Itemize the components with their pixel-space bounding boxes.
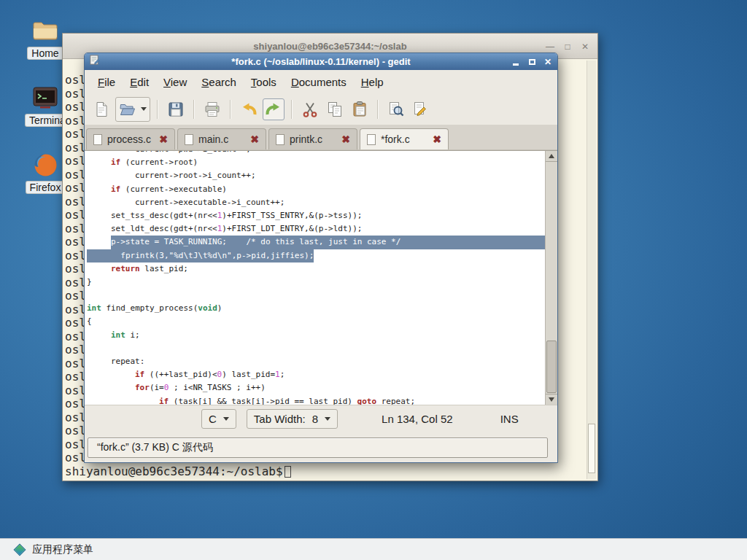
- tab-width-value: 8: [312, 413, 318, 425]
- indent: [87, 368, 135, 381]
- indent: [87, 395, 159, 405]
- toolbar-separator: [193, 100, 195, 119]
- code-line: current->executable->i_count++;: [87, 196, 545, 209]
- menu-item-search[interactable]: Search: [194, 72, 244, 92]
- find-button[interactable]: [385, 98, 407, 120]
- toolbar-separator: [291, 100, 293, 119]
- menu-item-view[interactable]: View: [156, 72, 194, 92]
- menu-item-file[interactable]: File: [90, 72, 123, 92]
- tab-width-combo[interactable]: Tab Width: 8: [247, 409, 338, 429]
- indent: [87, 262, 111, 276]
- menu-item-tools[interactable]: Tools: [244, 72, 284, 92]
- indent: [87, 156, 111, 169]
- gedit-titlebar[interactable]: *fork.c (~/oslab/linux-0.11/kernel) - ge…: [85, 53, 557, 70]
- scroll-down-icon[interactable]: [546, 394, 557, 405]
- tab-bar: process.c✖main.c✖printk.c✖*fork.c✖: [85, 125, 557, 150]
- code-line: set_ldt_desc(gdt+(nr<<1)+FIRST_LDT_ENTRY…: [87, 222, 545, 236]
- editor-scrollbar[interactable]: [545, 151, 557, 405]
- menu-item-edit[interactable]: Edit: [123, 72, 156, 92]
- combo-arrow-icon: [325, 417, 330, 421]
- terminal-window-title: shiyanlou@eb96c3e57344:~/oslab: [253, 41, 406, 52]
- toolbar-separator: [377, 100, 379, 119]
- editor-scrollbar-thumb[interactable]: [546, 341, 557, 393]
- tab-close-icon[interactable]: ✖: [433, 134, 441, 144]
- indent: [87, 183, 111, 196]
- tab-label: process.c: [107, 133, 151, 145]
- indent: [87, 329, 111, 342]
- indent: [87, 169, 135, 182]
- insert-mode: INS: [500, 413, 519, 425]
- menu-item-help[interactable]: Help: [354, 72, 391, 92]
- applications-menu-icon: [14, 543, 26, 556]
- code-line: if (current->root): [87, 156, 545, 169]
- code-line: current->pwd->i_count++;: [87, 150, 545, 156]
- desktop-icon-label: Home: [27, 47, 63, 60]
- code-line: fprintk(3,"%d\tJ\t%d\n",p->pid,jiffies);: [87, 249, 545, 262]
- terminal-scrollbar-thumb[interactable]: [588, 424, 595, 473]
- code-line: if (current->executable): [87, 183, 545, 196]
- tab-close-icon[interactable]: ✖: [250, 134, 259, 144]
- code-text: return last_pid;: [111, 262, 188, 276]
- indent: [87, 222, 111, 236]
- save-button[interactable]: [165, 98, 187, 120]
- code-text: current->executable->i_count++;: [135, 196, 285, 209]
- applications-menu-button[interactable]: 应用程序菜单: [7, 540, 99, 559]
- file-info-text: “fork.c” (3.7 KB) C 源代码: [97, 441, 213, 454]
- tab-process.c[interactable]: process.c✖: [86, 128, 175, 149]
- code-text: repeat:: [111, 355, 144, 368]
- code-line: for(i=0 ; i<NR_TASKS ; i++): [87, 381, 545, 394]
- tab-label: main.c: [198, 133, 228, 145]
- tab-fork.c[interactable]: *fork.c✖: [360, 128, 449, 149]
- home-folder-icon: [25, 18, 66, 44]
- desktop: Home Terminal Firefox shiyanlou@eb96c: [0, 0, 747, 560]
- print-button[interactable]: [201, 98, 223, 120]
- tab-width-label: Tab Width:: [254, 413, 306, 425]
- scroll-up-icon[interactable]: [546, 151, 557, 162]
- toolbar: [85, 93, 557, 125]
- terminal-scrollbar[interactable]: [587, 61, 596, 479]
- terminal-minimize-button[interactable]: —: [543, 40, 557, 53]
- open-file-button[interactable]: [115, 97, 150, 122]
- redo-button[interactable]: [263, 98, 285, 120]
- new-file-button[interactable]: [90, 98, 112, 120]
- tab-close-icon[interactable]: ✖: [341, 134, 350, 144]
- terminal-close-button[interactable]: ✕: [578, 40, 592, 53]
- close-button[interactable]: ✕: [543, 57, 553, 67]
- undo-button[interactable]: [238, 98, 260, 120]
- code-text: if (current->executable): [111, 183, 227, 196]
- code-line: if (task[i] && task[i]->pid == last_pid)…: [87, 395, 545, 405]
- code-text: int i;: [111, 329, 140, 342]
- tab-printk.c[interactable]: printk.c✖: [268, 128, 357, 149]
- minimize-button[interactable]: [511, 57, 521, 67]
- language-combo[interactable]: C: [201, 409, 236, 429]
- code-text: set_ldt_desc(gdt+(nr<<1)+FIRST_LDT_ENTRY…: [111, 222, 362, 236]
- replace-button[interactable]: [410, 98, 432, 120]
- tab-main.c[interactable]: main.c✖: [177, 128, 266, 149]
- tab-close-icon[interactable]: ✖: [159, 134, 168, 144]
- cursor-position: Ln 134, Col 52: [382, 413, 453, 425]
- code-line: return last_pid;: [87, 262, 545, 276]
- desktop-icon-home[interactable]: Home: [25, 18, 66, 60]
- menu-item-documents[interactable]: Documents: [284, 72, 354, 92]
- maximize-button[interactable]: [527, 57, 537, 67]
- indent: [87, 196, 135, 209]
- code-lines[interactable]: current->pwd->i_count++;if (current->roo…: [85, 150, 545, 405]
- taskbar: 应用程序菜单: [0, 538, 747, 560]
- tab-label: *fork.c: [381, 133, 410, 145]
- paste-button[interactable]: [349, 98, 371, 120]
- code-line: current->root->i_count++;: [87, 169, 545, 182]
- code-line: if ((++last_pid)<0) last_pid=1;: [87, 368, 545, 381]
- desktop-icon-label: Firefox: [26, 181, 66, 194]
- toolbar-separator: [157, 100, 158, 119]
- open-dropdown-arrow-icon[interactable]: [141, 107, 147, 111]
- copy-button[interactable]: [324, 98, 346, 120]
- desktop-icon-firefox[interactable]: Firefox: [25, 152, 66, 194]
- code-text: int find_empty_process(void): [87, 302, 222, 315]
- applications-menu-label: 应用程序菜单: [32, 543, 93, 556]
- desktop-icon-terminal[interactable]: Terminal: [25, 85, 66, 127]
- cut-button[interactable]: [299, 98, 321, 120]
- code-text: if (current->root): [111, 156, 198, 169]
- terminal-maximize-button[interactable]: □: [561, 40, 574, 53]
- code-line: int i;: [87, 329, 545, 342]
- status-bar: C Tab Width: 8 Ln 134, Col 52 INS: [85, 405, 557, 432]
